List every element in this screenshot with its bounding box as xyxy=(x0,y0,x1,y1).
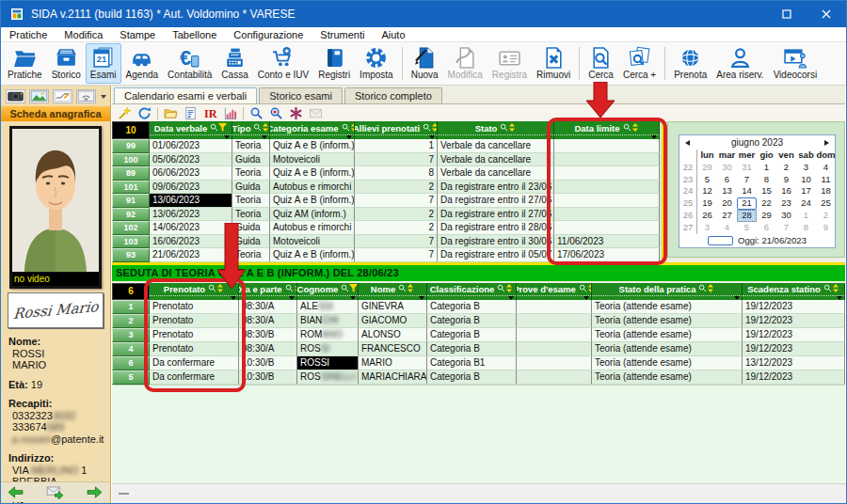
table-row[interactable]: 9113/06/2023TeoriaQuiz A e B (inform.)7D… xyxy=(112,194,660,208)
table-row[interactable]: 2Prenotato08:30/ABIANCHIGIACOMOCategoria… xyxy=(112,314,845,328)
cell-limite[interactable] xyxy=(554,166,660,181)
cell-nome[interactable]: GIACOMO xyxy=(359,314,427,328)
calendar-day[interactable]: 9 xyxy=(816,222,836,234)
calendar-day[interactable]: 20 xyxy=(717,197,737,210)
cell-stato[interactable]: Da registrare entro il 28/06 xyxy=(438,221,554,235)
calendar-day[interactable]: 5 xyxy=(737,222,757,234)
cell-categoria[interactable]: Quiz A e B (inform.) xyxy=(270,248,355,262)
calendar-day[interactable]: 6 xyxy=(757,222,776,234)
cell-allievi[interactable]: 7 xyxy=(355,194,438,208)
column-header-prove-d-esame[interactable]: Prove d'esame xyxy=(517,283,592,300)
calendar-day[interactable]: 27 xyxy=(717,210,737,222)
cell-categoria[interactable]: Quiz AM (inform.) xyxy=(270,208,355,222)
cell-data[interactable]: 05/06/2023 xyxy=(150,153,232,167)
camera-icon[interactable] xyxy=(6,89,25,103)
column-filter-strip[interactable] xyxy=(270,134,354,139)
row-number-cell[interactable]: 2 xyxy=(112,314,150,328)
cell-prenotato[interactable]: Prenotato xyxy=(150,342,239,356)
calendar-day[interactable]: 1 xyxy=(796,210,816,222)
menu-configurazione[interactable]: Configurazione xyxy=(225,29,312,40)
pad-icon[interactable] xyxy=(76,89,96,103)
cell-scadenza[interactable]: 19/12/2023 xyxy=(743,370,845,385)
toolbar-button-conto-e-iuv[interactable]: Conto e IUV xyxy=(253,43,313,84)
column-header-stato[interactable]: Stato xyxy=(438,121,554,139)
table-row[interactable]: 10005/06/2023GuidaMotoveicoli7Verbale da… xyxy=(112,153,660,167)
cell-scadenza[interactable]: 13/12/2023 xyxy=(743,356,845,370)
cell-data[interactable]: 13/06/2023 xyxy=(150,208,232,222)
column-header-data-limite[interactable]: Data limite xyxy=(554,121,660,139)
cell-prenotato[interactable]: Prenotato xyxy=(150,314,239,328)
table-row[interactable]: 9321/06/2023TeoriaQuiz A e B (inform.)7D… xyxy=(112,248,660,262)
cell-stato[interactable]: Da registrare entro il 23/06 xyxy=(438,181,554,195)
chart-icon[interactable] xyxy=(223,106,237,120)
cell-data[interactable]: 21/06/2023 xyxy=(150,248,232,262)
row-number-cell[interactable]: 93 xyxy=(112,248,150,262)
cell-scadenza[interactable]: 19/12/2023 xyxy=(743,328,845,342)
column-header-prenotato[interactable]: Prenotato xyxy=(150,283,239,300)
cell-stato[interactable]: Teoria (attende esame) xyxy=(592,328,743,342)
column-filter-strip[interactable] xyxy=(438,134,553,139)
toolbar-button-esami[interactable]: 21Esami xyxy=(86,43,121,84)
menu-pratiche[interactable]: Pratiche xyxy=(1,29,56,40)
cell-allievi[interactable]: 7 xyxy=(355,153,438,167)
column-header-tipo[interactable]: Tipo xyxy=(232,121,270,139)
column-filter-strip[interactable] xyxy=(359,295,426,300)
row-number-cell[interactable]: 102 xyxy=(112,221,150,235)
calendar-day[interactable]: 30 xyxy=(776,210,796,222)
cell-stato[interactable]: Teoria (attende esame) xyxy=(592,342,743,356)
cell-stato[interactable]: Teoria (attende esame) xyxy=(592,314,743,328)
cell-classificazione[interactable]: Categoria B xyxy=(427,342,517,356)
chevron-down-icon[interactable] xyxy=(101,95,106,102)
search-review-icon[interactable] xyxy=(269,106,283,120)
cell-stato[interactable]: Da registrare entro il 27/06 xyxy=(438,194,554,208)
column-filter-strip[interactable] xyxy=(554,134,659,139)
column-filter-strip[interactable] xyxy=(355,134,437,139)
menu-tabellone[interactable]: Tabellone xyxy=(164,29,225,40)
cell-limite[interactable] xyxy=(554,221,660,235)
cell-prove[interactable] xyxy=(517,300,592,314)
cell-cognome[interactable]: ALESSI xyxy=(297,300,359,314)
cell-nome[interactable]: MARIO xyxy=(359,356,427,370)
cell-classificazione[interactable]: Categoria B xyxy=(427,314,517,328)
toolbar-button-registri[interactable]: Registri xyxy=(313,43,355,84)
cell-tipo[interactable]: Teoria xyxy=(232,194,270,208)
toolbar-button-cerca[interactable]: Cerca + xyxy=(618,43,661,84)
calendar-day[interactable]: 23 xyxy=(776,197,796,210)
cell-nome[interactable]: GINEVRA xyxy=(359,300,427,314)
calendar-day[interactable]: 24 xyxy=(796,197,816,210)
toolbar-button-imposta[interactable]: Imposta xyxy=(355,43,398,84)
cell-categoria[interactable]: Autobus e rimorchi xyxy=(270,221,355,235)
cell-stato[interactable]: Verbale da cancellare xyxy=(438,153,554,167)
cell-tipo[interactable]: Guida xyxy=(232,153,270,167)
column-filter-strip[interactable] xyxy=(427,295,516,300)
cell-ora[interactable]: 10:30/B xyxy=(239,356,297,370)
table-row[interactable]: 10214/06/2023GuidaAutobus e rimorchi2Da … xyxy=(112,221,660,235)
toolbar-button-cerca[interactable]: Cerca xyxy=(583,43,618,84)
table-row[interactable]: 1Prenotato08:30/AALESSIGINEVRACategoria … xyxy=(112,300,845,314)
table-row[interactable]: 9901/06/2023TeoriaQuiz A e B (inform.)1V… xyxy=(112,139,660,153)
cell-limite[interactable] xyxy=(554,153,660,167)
cell-ora[interactable]: 08:30/A xyxy=(239,314,297,328)
maximize-button[interactable] xyxy=(767,1,807,27)
cell-allievi[interactable]: 2 xyxy=(355,208,438,222)
toolbar-button-prenota[interactable]: Prenota xyxy=(669,43,711,84)
calendar-day[interactable]: 14 xyxy=(737,185,757,197)
calendar-day[interactable]: 13 xyxy=(717,185,737,197)
search-icon[interactable] xyxy=(249,106,264,120)
calendar-day[interactable]: 31 xyxy=(737,162,757,174)
table-row[interactable]: 10316/06/2023GuidaMotoveicoli7Da registr… xyxy=(112,235,660,249)
cell-categoria[interactable]: Quiz A e B (inform.) xyxy=(270,166,355,181)
cell-data[interactable]: 16/06/2023 xyxy=(150,235,232,249)
calendar-day[interactable]: 16 xyxy=(776,185,796,197)
cell-categoria[interactable]: Quiz A e B (inform.) xyxy=(270,139,355,153)
cell-ora[interactable]: 08:30/B xyxy=(239,328,297,342)
column-filter-strip[interactable] xyxy=(232,134,269,139)
cell-categoria[interactable]: Quiz A e B (inform.) xyxy=(270,194,355,208)
toolbar-button-area-riserv[interactable]: Area riserv. xyxy=(711,43,768,84)
toolbar-button-videocorsi[interactable]: Videocorsi xyxy=(769,43,823,84)
cell-data[interactable]: 14/06/2023 xyxy=(150,221,232,235)
cell-stato[interactable]: Da registrare entro il 05/07 xyxy=(438,248,554,262)
row-number-cell[interactable]: 4 xyxy=(112,342,150,356)
column-header-ora-e-parte[interactable]: Ora e parte xyxy=(239,283,297,300)
cell-data[interactable]: 06/06/2023 xyxy=(150,166,232,181)
